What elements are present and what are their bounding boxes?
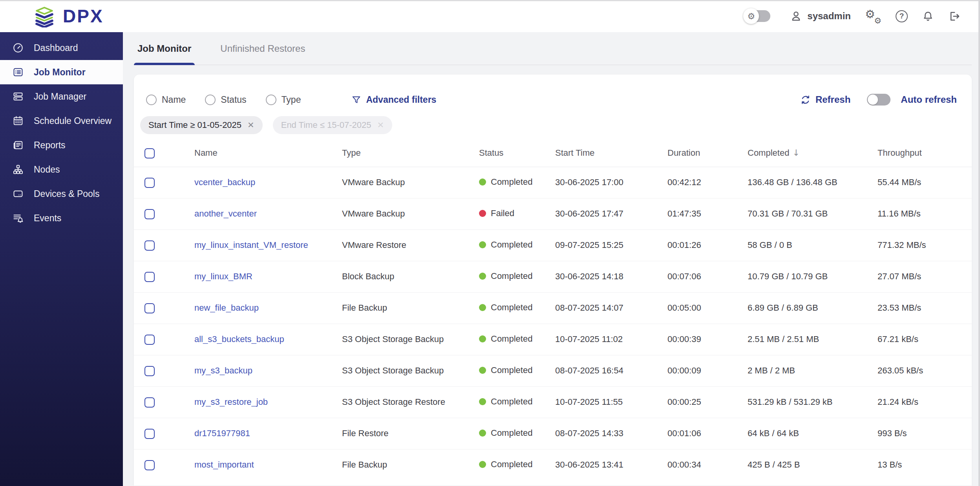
- status-dot-icon: [479, 335, 486, 342]
- status-text: Completed: [491, 397, 532, 407]
- row-checkbox[interactable]: [144, 397, 155, 408]
- filter-radio-type[interactable]: Type: [266, 95, 301, 105]
- job-completed: 531.29 kB / 531.29 kB: [748, 386, 878, 418]
- chip-close-icon[interactable]: ✕: [377, 120, 384, 130]
- job-throughput: 27.07 MB/s: [878, 261, 972, 292]
- sidebar-item-nodes[interactable]: Nodes: [0, 157, 123, 182]
- chip-end-time: End Time ≤ 15-07-2025 ✕: [273, 116, 392, 134]
- user-menu[interactable]: sysadmin: [790, 10, 851, 22]
- row-checkbox[interactable]: [144, 240, 155, 251]
- job-name-link[interactable]: new_file_backup: [194, 303, 259, 313]
- job-completed: 425 B / 425 B: [748, 449, 878, 481]
- table-row: vcenter_backup VMware Backup Completed 3…: [134, 167, 972, 198]
- row-checkbox[interactable]: [144, 303, 155, 313]
- job-completed: 10.79 GB / 10.79 GB: [748, 261, 878, 292]
- table-row: new_file_backup File Backup Completed 08…: [134, 292, 972, 324]
- status-dot-icon: [479, 398, 486, 405]
- select-all-checkbox[interactable]: [144, 148, 155, 158]
- theme-toggle[interactable]: ⚙: [745, 10, 770, 22]
- auto-refresh-toggle[interactable]: [867, 94, 890, 106]
- sort-desc-icon: ↓: [792, 148, 799, 158]
- dpx-logo: DPX: [33, 5, 104, 27]
- devices-disk-icon: [12, 188, 24, 200]
- sidebar: Dashboard Job Monitor Job Manager Schedu…: [0, 32, 123, 486]
- row-checkbox[interactable]: [144, 209, 155, 219]
- status-badge: Completed: [479, 459, 532, 470]
- radio-circle[interactable]: [146, 95, 157, 105]
- logout-icon[interactable]: [948, 10, 960, 22]
- user-icon: [790, 10, 802, 22]
- sidebar-item-label: Schedule Overview: [34, 116, 112, 126]
- job-name-link[interactable]: most_important: [194, 460, 254, 470]
- job-type: VMware Backup: [342, 167, 479, 198]
- job-start-time: 30-06-2025 14:18: [555, 261, 667, 292]
- column-header-type[interactable]: Type: [342, 140, 479, 167]
- sidebar-item-label: Events: [34, 213, 61, 224]
- column-header-completed[interactable]: Completed↓: [748, 140, 878, 167]
- table-row: all_s3_buckets_backup S3 Object Storage …: [134, 324, 972, 355]
- username: sysadmin: [807, 11, 851, 22]
- status-text: Completed: [491, 240, 532, 250]
- table-row: my_s3_restore_job S3 Object Storage Rest…: [134, 386, 972, 418]
- row-checkbox[interactable]: [144, 272, 155, 282]
- row-checkbox[interactable]: [144, 460, 155, 470]
- calendar-icon: [12, 115, 24, 127]
- job-name-link[interactable]: my_s3_backup: [194, 366, 252, 375]
- help-icon[interactable]: ?: [896, 10, 908, 22]
- advanced-filters-button[interactable]: Advanced filters: [351, 95, 436, 105]
- events-list-bell-icon: [12, 212, 24, 224]
- notifications-bell-icon[interactable]: [922, 10, 934, 22]
- toggle-knob: [868, 95, 878, 105]
- job-name-link[interactable]: all_s3_buckets_backup: [194, 334, 284, 344]
- row-checkbox[interactable]: [144, 178, 155, 188]
- chip-close-icon[interactable]: ✕: [247, 120, 254, 130]
- sidebar-item-dashboard[interactable]: Dashboard: [0, 36, 123, 60]
- scrollbar-track[interactable]: [978, 0, 980, 486]
- tab-job-monitor[interactable]: Job Monitor: [134, 32, 195, 65]
- sidebar-item-events[interactable]: Events: [0, 206, 123, 230]
- dashboard-gauge-icon: [12, 42, 24, 54]
- job-name-link[interactable]: another_vcenter: [194, 209, 257, 218]
- status-text: Completed: [491, 459, 532, 470]
- tab-unfinished-restores[interactable]: Unfinished Restores: [217, 32, 309, 65]
- column-header-duration[interactable]: Duration: [667, 140, 748, 167]
- row-checkbox[interactable]: [144, 366, 155, 376]
- job-throughput: 55.44 MB/s: [878, 167, 972, 198]
- job-start-time: 08-07-2025 16:54: [555, 355, 667, 386]
- status-dot-icon: [479, 461, 486, 468]
- column-header-throughput[interactable]: Throughput: [878, 140, 972, 167]
- job-name-link[interactable]: my_linux_BMR: [194, 271, 252, 281]
- row-checkbox[interactable]: [144, 335, 155, 345]
- filter-radio-name[interactable]: Name: [146, 95, 186, 105]
- sidebar-item-schedule-overview[interactable]: Schedule Overview: [0, 109, 123, 133]
- settings-gears-icon[interactable]: ⚙ ⚙: [865, 9, 881, 23]
- job-duration: 00:00:25: [667, 386, 748, 418]
- row-checkbox[interactable]: [144, 429, 155, 439]
- column-header-status[interactable]: Status: [479, 140, 555, 167]
- refresh-button[interactable]: Refresh: [800, 94, 850, 105]
- radio-circle[interactable]: [205, 95, 216, 105]
- sidebar-item-job-monitor[interactable]: Job Monitor: [0, 60, 123, 84]
- job-name-link[interactable]: dr1751977981: [194, 428, 250, 438]
- radio-circle[interactable]: [266, 95, 276, 105]
- sidebar-item-label: Dashboard: [34, 43, 78, 53]
- reports-newspaper-icon: [12, 139, 24, 151]
- job-throughput: 21.24 kB/s: [878, 386, 972, 418]
- column-header-start-time[interactable]: Start Time: [555, 140, 667, 167]
- filters-bar: Name Status Type Advanced filters: [134, 89, 972, 110]
- top-bar: DPX ⚙ sysadmin ⚙ ⚙ ?: [0, 0, 980, 32]
- status-badge: Completed: [479, 365, 532, 375]
- column-header-name[interactable]: Name: [194, 140, 342, 167]
- job-name-link[interactable]: my_s3_restore_job: [194, 397, 268, 407]
- job-type: Block Backup: [342, 261, 479, 292]
- job-start-time: 10-07-2025 11:55: [555, 386, 667, 418]
- sidebar-item-devices-pools[interactable]: Devices & Pools: [0, 182, 123, 206]
- sidebar-item-job-manager[interactable]: Job Manager: [0, 84, 123, 109]
- job-type: S3 Object Storage Restore: [342, 386, 479, 418]
- job-name-link[interactable]: vcenter_backup: [194, 177, 255, 187]
- job-name-link[interactable]: my_linux_instant_VM_restore: [194, 240, 308, 250]
- filter-radio-status[interactable]: Status: [205, 95, 246, 105]
- sidebar-item-reports[interactable]: Reports: [0, 133, 123, 157]
- logo-text: DPX: [63, 5, 104, 27]
- job-throughput: 263.05 kB/s: [878, 355, 972, 386]
